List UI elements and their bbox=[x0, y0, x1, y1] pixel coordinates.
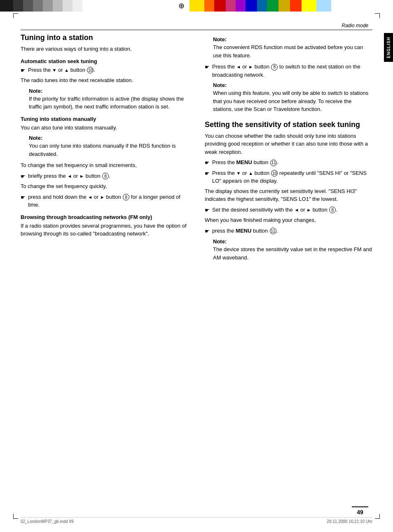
right-column: Note: The convenient RDS function must b… bbox=[201, 33, 372, 507]
header-title-text: Radio mode bbox=[342, 23, 368, 28]
bullet-arrow-3: ☛ bbox=[21, 193, 26, 202]
circle-num-8b: 8 bbox=[123, 194, 129, 200]
note3-title-text: Note: bbox=[213, 36, 227, 42]
right-bullet5: ☛ press the MENU button 11. bbox=[205, 227, 372, 235]
right-bullet2-text: Press the MENU button 11. bbox=[212, 158, 278, 167]
right-intro2-text: You can choose whether the radio should … bbox=[205, 133, 368, 155]
circle-num-10b: 10 bbox=[271, 170, 278, 177]
bullet-arrow-r4: ☛ bbox=[205, 206, 210, 214]
color-bar-left bbox=[0, 0, 173, 12]
top-color-bar: ⊕ bbox=[0, 0, 393, 12]
right-body3: When you have finished making your chang… bbox=[205, 216, 372, 224]
sub3-title-text: Browsing through broadcasting networks (… bbox=[21, 214, 152, 220]
note2-text: You can only tune into stations manually… bbox=[29, 142, 188, 158]
right-bullet1-text: Press the ◄ or ► button 8 to switch to t… bbox=[212, 63, 372, 79]
main-content: Tuning into a station There are various … bbox=[21, 33, 372, 507]
note3-text: The convenient RDS function must be acti… bbox=[213, 43, 372, 59]
right-main-title2-text: Setting the sensitivity of station seek … bbox=[205, 120, 360, 129]
right-intro2: You can choose whether the radio should … bbox=[205, 132, 372, 156]
header-divider bbox=[21, 30, 372, 30]
circle-num-10a: 10 bbox=[87, 67, 94, 73]
note4-text: When using this feature, you will only b… bbox=[213, 89, 372, 113]
note4-title: Note: bbox=[213, 82, 372, 88]
footer: 02_LondonMP37_gb.indd 49 29.11.2006 16:2… bbox=[21, 517, 372, 524]
sub1-body-text: The radio tunes into the next receivable… bbox=[21, 77, 133, 83]
right-bullet4-text: Set the desired sensitivity with the ◄ o… bbox=[212, 206, 337, 214]
note1-title-text: Note: bbox=[29, 88, 42, 94]
sub2-body: You can also tune into stations manually… bbox=[21, 124, 188, 132]
left-intro: There are various ways of tuning into a … bbox=[21, 45, 188, 53]
right-bullet2: ☛ Press the MENU button 11. bbox=[205, 158, 372, 167]
note5-text: The device stores the sensitivity value … bbox=[213, 245, 372, 261]
sub1-title-text: Automatic station seek tuning bbox=[21, 58, 97, 64]
note3-text-content: The convenient RDS function must be acti… bbox=[213, 44, 363, 59]
circle-num-11a: 11 bbox=[270, 160, 277, 166]
left-main-title: Tuning into a station bbox=[21, 33, 188, 42]
sub2-bullet2: ☛ briefly press the ◄ or ► button 8. bbox=[21, 172, 188, 181]
left-intro-text: There are various ways of tuning into a … bbox=[21, 46, 132, 52]
circle-num-8a: 8 bbox=[102, 173, 109, 179]
corner-mark-tl bbox=[13, 13, 18, 18]
page-number-text: 49 bbox=[357, 509, 363, 516]
circle-num-8d: 8 bbox=[329, 207, 336, 213]
note2-title-text: Note: bbox=[29, 135, 42, 141]
menu-bold-1: MENU bbox=[236, 159, 252, 165]
circle-num-8c: 8 bbox=[271, 64, 278, 71]
sub2-body2-text: To change the set frequency in small inc… bbox=[21, 162, 137, 168]
page: ⊕ Radio mode ENGLISH bbox=[0, 0, 393, 532]
note4-block: Note: When using this feature, you will … bbox=[213, 82, 372, 113]
note1-text: If the priority for traffic information … bbox=[29, 95, 188, 111]
right-body2-text: The display shows the currently set sens… bbox=[205, 188, 357, 202]
footer-right: 29.11.2006 16:21:10 Uhr bbox=[327, 519, 372, 524]
circle-num-11b: 11 bbox=[270, 228, 276, 234]
note5-title-text: Note: bbox=[213, 238, 227, 245]
crosshair-icon: ⊕ bbox=[173, 0, 189, 12]
right-body3-text: When you have finished making your chang… bbox=[205, 217, 316, 223]
note2-title: Note: bbox=[29, 135, 188, 141]
note4-text-content: When using this feature, you will only b… bbox=[213, 90, 368, 112]
note3-block: Note: The convenient RDS function must b… bbox=[213, 36, 372, 59]
bullet-arrow-r2: ☛ bbox=[205, 159, 210, 167]
right-main-title2: Setting the sensitivity of station seek … bbox=[205, 120, 372, 129]
note2-block: Note: You can only tune into stations ma… bbox=[29, 135, 188, 158]
sub2-body-text: You can also tune into stations manually… bbox=[21, 125, 117, 131]
right-bullet3-text: Press the ▼ or ▲ button 10 repeatedly un… bbox=[212, 169, 372, 185]
sub1-bullet-text: Press the ▼ or ▲ button 10. bbox=[28, 66, 95, 74]
left-column: Tuning into a station There are various … bbox=[21, 33, 192, 507]
note1-block: Note: If the priority for traffic inform… bbox=[29, 88, 188, 111]
corner-mark-br bbox=[375, 514, 380, 519]
sub2-body2: To change the set frequency in small inc… bbox=[21, 161, 188, 169]
note5-text-content: The device stores the sensitivity value … bbox=[213, 246, 372, 261]
sub2-body3-text: To change the set frequency quickly, bbox=[21, 183, 107, 189]
sub3-body-text: If a radio station provides several prog… bbox=[21, 223, 187, 237]
sub2-body3: To change the set frequency quickly, bbox=[21, 182, 188, 191]
footer-left: 02_LondonMP37_gb.indd 49 bbox=[21, 519, 73, 524]
right-bullet3: ☛ Press the ▼ or ▲ button 10 repeatedly … bbox=[205, 169, 372, 185]
note5-block: Note: The device stores the sensitivity … bbox=[213, 238, 372, 261]
bullet-arrow-2: ☛ bbox=[21, 172, 26, 181]
menu-bold-2: MENU bbox=[236, 228, 251, 234]
bullet-arrow-r1: ☛ bbox=[205, 63, 210, 71]
language-tab: ENGLISH bbox=[384, 33, 393, 62]
sub1-title: Automatic station seek tuning bbox=[21, 58, 188, 64]
sub3-body: If a radio station provides several prog… bbox=[21, 222, 188, 238]
bullet-arrow-r5: ☛ bbox=[205, 227, 210, 235]
bullet-arrow-r3: ☛ bbox=[205, 169, 210, 178]
sub3-title: Browsing through broadcasting networks (… bbox=[21, 214, 188, 220]
corner-mark-tr bbox=[375, 13, 380, 18]
right-bullet5-text: press the MENU button 11. bbox=[212, 227, 278, 235]
left-main-title-text: Tuning into a station bbox=[21, 33, 93, 42]
sub1-body: The radio tunes into the next receivable… bbox=[21, 76, 188, 85]
corner-mark-bl bbox=[13, 514, 18, 519]
language-label: ENGLISH bbox=[386, 37, 391, 58]
note5-title: Note: bbox=[213, 238, 372, 245]
note1-title: Note: bbox=[29, 88, 188, 94]
note3-title: Note: bbox=[213, 36, 372, 42]
sub2-bullet3: ☛ press and hold down the ◄ or ► button … bbox=[21, 193, 188, 209]
color-bar-right bbox=[189, 0, 393, 12]
right-body2: The display shows the currently set sens… bbox=[205, 187, 372, 203]
note4-title-text: Note: bbox=[213, 82, 227, 88]
page-header-title: Radio mode bbox=[342, 23, 368, 28]
sub2-bullet3-text: press and hold down the ◄ or ► button 8 … bbox=[28, 193, 188, 209]
right-bullet1: ☛ Press the ◄ or ► button 8 to switch to… bbox=[205, 63, 372, 79]
